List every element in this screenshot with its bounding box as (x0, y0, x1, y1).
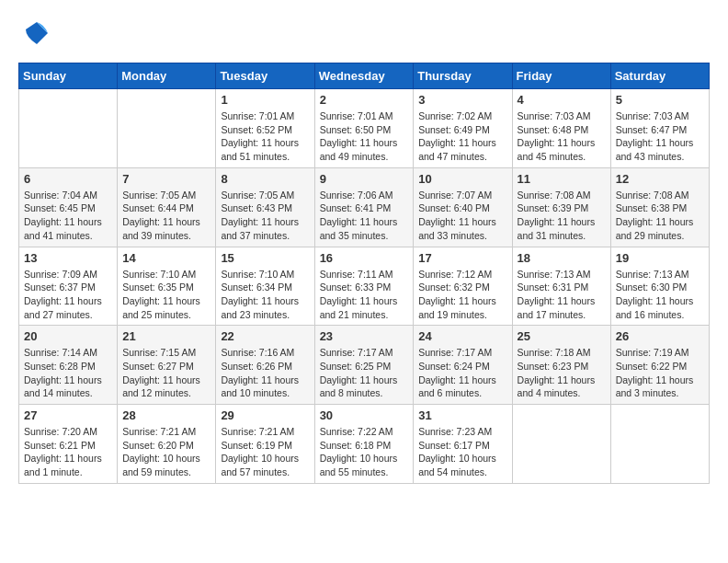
calendar-cell: 19Sunrise: 7:13 AM Sunset: 6:30 PM Dayli… (610, 247, 709, 326)
day-info: Sunrise: 7:14 AM Sunset: 6:28 PM Dayligh… (24, 346, 112, 400)
calendar-cell: 18Sunrise: 7:13 AM Sunset: 6:31 PM Dayli… (512, 247, 610, 326)
day-number: 21 (122, 329, 210, 343)
day-info: Sunrise: 7:13 AM Sunset: 6:31 PM Dayligh… (518, 268, 606, 322)
calendar-week-row: 20Sunrise: 7:14 AM Sunset: 6:28 PM Dayli… (19, 326, 710, 405)
day-info: Sunrise: 7:07 AM Sunset: 6:40 PM Dayligh… (418, 189, 506, 243)
day-number: 28 (122, 408, 210, 422)
calendar-cell: 3Sunrise: 7:02 AM Sunset: 6:49 PM Daylig… (414, 89, 512, 168)
page-header (18, 18, 710, 48)
day-info: Sunrise: 7:10 AM Sunset: 6:35 PM Dayligh… (122, 268, 210, 322)
calendar-cell: 26Sunrise: 7:19 AM Sunset: 6:22 PM Dayli… (610, 326, 709, 405)
day-info: Sunrise: 7:03 AM Sunset: 6:47 PM Dayligh… (616, 109, 704, 164)
calendar-cell: 20Sunrise: 7:14 AM Sunset: 6:28 PM Dayli… (19, 326, 118, 405)
calendar-cell: 9Sunrise: 7:06 AM Sunset: 6:41 PM Daylig… (314, 167, 414, 247)
day-number: 7 (122, 172, 210, 186)
weekday-header-row: SundayMondayTuesdayWednesdayThursdayFrid… (19, 63, 710, 89)
day-info: Sunrise: 7:21 AM Sunset: 6:19 PM Dayligh… (221, 425, 309, 479)
day-number: 23 (320, 329, 409, 343)
weekday-header-cell: Wednesday (314, 63, 414, 89)
day-number: 18 (518, 251, 606, 265)
calendar-cell: 5Sunrise: 7:03 AM Sunset: 6:47 PM Daylig… (610, 89, 709, 168)
day-number: 12 (616, 172, 704, 186)
calendar-cell: 31Sunrise: 7:23 AM Sunset: 6:17 PM Dayli… (414, 405, 512, 484)
day-number: 31 (418, 408, 506, 422)
weekday-header-cell: Monday (118, 63, 216, 89)
calendar-week-row: 1Sunrise: 7:01 AM Sunset: 6:52 PM Daylig… (19, 89, 710, 168)
day-number: 10 (418, 172, 506, 186)
calendar-cell: 29Sunrise: 7:21 AM Sunset: 6:19 PM Dayli… (216, 405, 314, 484)
weekday-header-cell: Tuesday (216, 63, 314, 89)
calendar-cell: 30Sunrise: 7:22 AM Sunset: 6:18 PM Dayli… (314, 405, 414, 484)
day-info: Sunrise: 7:19 AM Sunset: 6:22 PM Dayligh… (616, 346, 704, 400)
day-info: Sunrise: 7:02 AM Sunset: 6:49 PM Dayligh… (418, 109, 506, 164)
weekday-header-cell: Thursday (414, 63, 512, 89)
day-info: Sunrise: 7:08 AM Sunset: 6:39 PM Dayligh… (518, 189, 606, 243)
day-info: Sunrise: 7:20 AM Sunset: 6:21 PM Dayligh… (24, 425, 112, 479)
day-info: Sunrise: 7:05 AM Sunset: 6:44 PM Dayligh… (122, 189, 210, 243)
day-info: Sunrise: 7:12 AM Sunset: 6:32 PM Dayligh… (418, 268, 506, 322)
calendar-cell: 10Sunrise: 7:07 AM Sunset: 6:40 PM Dayli… (414, 167, 512, 247)
calendar-cell: 23Sunrise: 7:17 AM Sunset: 6:25 PM Dayli… (314, 326, 414, 405)
weekday-header-cell: Friday (512, 63, 610, 89)
weekday-header-cell: Saturday (610, 63, 709, 89)
day-number: 25 (518, 329, 606, 343)
calendar-week-row: 6Sunrise: 7:04 AM Sunset: 6:45 PM Daylig… (19, 167, 710, 247)
day-info: Sunrise: 7:16 AM Sunset: 6:26 PM Dayligh… (221, 346, 309, 400)
day-info: Sunrise: 7:10 AM Sunset: 6:34 PM Dayligh… (221, 268, 309, 322)
calendar-cell: 6Sunrise: 7:04 AM Sunset: 6:45 PM Daylig… (19, 167, 118, 247)
day-number: 8 (221, 172, 309, 186)
day-number: 15 (221, 251, 309, 265)
day-info: Sunrise: 7:01 AM Sunset: 6:52 PM Dayligh… (221, 109, 309, 164)
day-info: Sunrise: 7:15 AM Sunset: 6:27 PM Dayligh… (122, 346, 210, 400)
day-number: 29 (221, 408, 309, 422)
day-number: 30 (320, 408, 409, 422)
calendar-header: SundayMondayTuesdayWednesdayThursdayFrid… (19, 63, 710, 89)
day-number: 11 (518, 172, 606, 186)
day-info: Sunrise: 7:13 AM Sunset: 6:30 PM Dayligh… (616, 268, 704, 322)
calendar-cell (512, 405, 610, 484)
day-number: 6 (24, 172, 112, 186)
day-info: Sunrise: 7:17 AM Sunset: 6:25 PM Dayligh… (320, 346, 409, 400)
day-number: 14 (122, 251, 210, 265)
calendar-cell: 21Sunrise: 7:15 AM Sunset: 6:27 PM Dayli… (118, 326, 216, 405)
day-number: 20 (24, 329, 112, 343)
calendar-cell: 7Sunrise: 7:05 AM Sunset: 6:44 PM Daylig… (118, 167, 216, 247)
day-info: Sunrise: 7:05 AM Sunset: 6:43 PM Dayligh… (221, 189, 309, 243)
day-number: 17 (418, 251, 506, 265)
day-number: 22 (221, 329, 309, 343)
day-number: 2 (320, 93, 409, 107)
calendar-cell: 25Sunrise: 7:18 AM Sunset: 6:23 PM Dayli… (512, 326, 610, 405)
day-info: Sunrise: 7:21 AM Sunset: 6:20 PM Dayligh… (122, 425, 210, 479)
calendar-cell: 13Sunrise: 7:09 AM Sunset: 6:37 PM Dayli… (19, 247, 118, 326)
day-info: Sunrise: 7:23 AM Sunset: 6:17 PM Dayligh… (418, 425, 506, 479)
day-info: Sunrise: 7:01 AM Sunset: 6:50 PM Dayligh… (320, 109, 409, 164)
day-number: 1 (221, 93, 309, 107)
logo (18, 18, 51, 48)
calendar-cell: 11Sunrise: 7:08 AM Sunset: 6:39 PM Dayli… (512, 167, 610, 247)
calendar-cell: 4Sunrise: 7:03 AM Sunset: 6:48 PM Daylig… (512, 89, 610, 168)
calendar-cell: 8Sunrise: 7:05 AM Sunset: 6:43 PM Daylig… (216, 167, 314, 247)
day-number: 19 (616, 251, 704, 265)
calendar-body: 1Sunrise: 7:01 AM Sunset: 6:52 PM Daylig… (19, 89, 710, 484)
calendar-cell: 24Sunrise: 7:17 AM Sunset: 6:24 PM Dayli… (414, 326, 512, 405)
day-number: 9 (320, 172, 409, 186)
day-number: 4 (518, 93, 606, 107)
day-number: 24 (418, 329, 506, 343)
calendar-cell: 17Sunrise: 7:12 AM Sunset: 6:32 PM Dayli… (414, 247, 512, 326)
day-number: 3 (418, 93, 506, 107)
calendar-cell: 28Sunrise: 7:21 AM Sunset: 6:20 PM Dayli… (118, 405, 216, 484)
calendar-cell: 27Sunrise: 7:20 AM Sunset: 6:21 PM Dayli… (19, 405, 118, 484)
calendar-week-row: 27Sunrise: 7:20 AM Sunset: 6:21 PM Dayli… (19, 405, 710, 484)
calendar-cell (610, 405, 709, 484)
day-info: Sunrise: 7:09 AM Sunset: 6:37 PM Dayligh… (24, 268, 112, 322)
logo-icon (22, 18, 51, 48)
calendar-cell: 12Sunrise: 7:08 AM Sunset: 6:38 PM Dayli… (610, 167, 709, 247)
day-info: Sunrise: 7:17 AM Sunset: 6:24 PM Dayligh… (418, 346, 506, 400)
day-info: Sunrise: 7:04 AM Sunset: 6:45 PM Dayligh… (24, 189, 112, 243)
day-number: 26 (616, 329, 704, 343)
day-info: Sunrise: 7:11 AM Sunset: 6:33 PM Dayligh… (320, 268, 409, 322)
weekday-header-cell: Sunday (19, 63, 118, 89)
day-info: Sunrise: 7:06 AM Sunset: 6:41 PM Dayligh… (320, 189, 409, 243)
calendar-cell: 14Sunrise: 7:10 AM Sunset: 6:35 PM Dayli… (118, 247, 216, 326)
calendar-cell: 16Sunrise: 7:11 AM Sunset: 6:33 PM Dayli… (314, 247, 414, 326)
